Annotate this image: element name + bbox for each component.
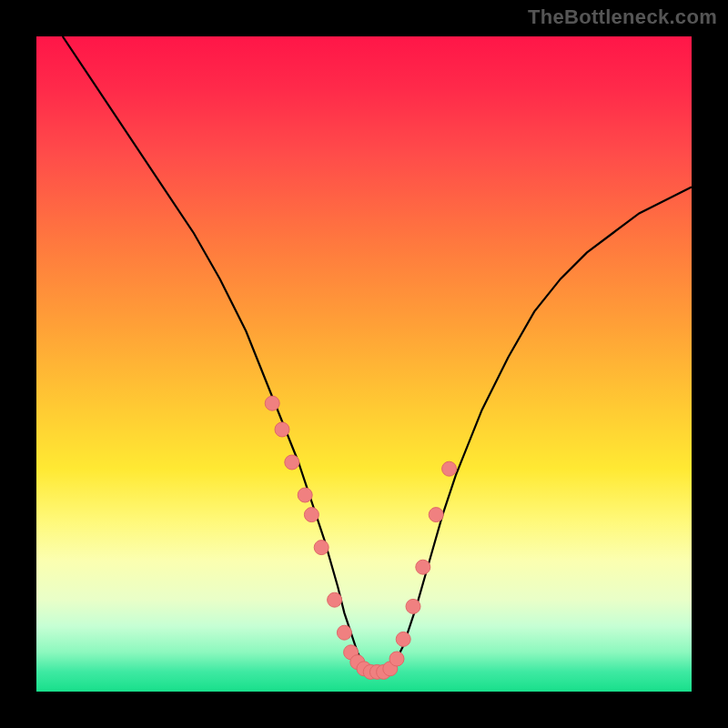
data-marker xyxy=(298,488,312,502)
data-marker xyxy=(328,592,342,607)
data-marker xyxy=(314,541,329,555)
chart-frame: TheBottleneck.com xyxy=(0,0,728,728)
data-marker xyxy=(442,461,457,476)
data-marker xyxy=(406,599,420,613)
data-marker xyxy=(285,455,299,470)
data-marker xyxy=(337,625,351,640)
data-marker xyxy=(416,560,430,574)
marker-group xyxy=(265,396,456,679)
curve-line xyxy=(63,36,692,672)
data-marker xyxy=(275,422,289,437)
data-marker xyxy=(396,632,410,646)
chart-svg xyxy=(36,36,692,692)
data-marker xyxy=(429,508,443,522)
data-marker xyxy=(304,508,318,522)
plot-area xyxy=(36,36,692,692)
data-marker xyxy=(265,396,279,410)
watermark-text: TheBottleneck.com xyxy=(528,5,717,29)
data-marker xyxy=(389,652,404,666)
